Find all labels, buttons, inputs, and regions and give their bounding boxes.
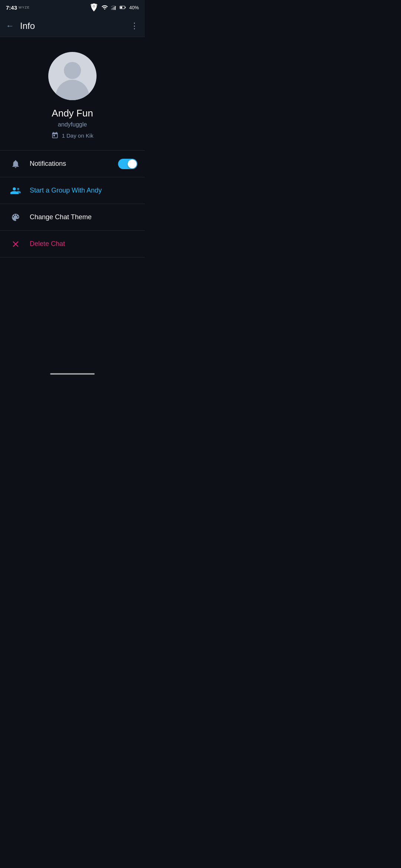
bottom-space (0, 257, 145, 369)
battery-percent: 40% (129, 5, 139, 10)
delete-chat-menu-item[interactable]: Delete Chat (0, 231, 145, 257)
avatar-body (56, 80, 89, 100)
home-indicator (0, 369, 145, 379)
toggle-knob (128, 160, 137, 168)
avatar-head (64, 62, 81, 79)
status-left: 7:43 WYZE (6, 4, 30, 11)
app-label: WYZE (19, 6, 30, 9)
back-button[interactable]: ← (6, 21, 14, 31)
wifi-icon (101, 4, 108, 11)
calendar-icon (51, 132, 59, 139)
group-icon (7, 185, 24, 196)
user-days-container: 1 Day on Kik (51, 132, 93, 139)
signal-icon (111, 4, 117, 11)
notifications-label: Notifications (30, 160, 118, 168)
status-bar: 7:43 WYZE 40% (0, 0, 145, 15)
start-group-label: Start a Group With Andy (30, 187, 137, 194)
more-options-button[interactable]: ⋮ (130, 21, 139, 31)
start-group-menu-item[interactable]: Start a Group With Andy (0, 177, 145, 204)
avatar-placeholder (48, 52, 97, 100)
status-right: 40% (89, 3, 139, 12)
change-theme-label: Change Chat Theme (30, 213, 137, 221)
days-on-kik: 1 Day on Kik (62, 132, 93, 139)
toggle-switch[interactable] (118, 159, 137, 169)
nav-left: ← Info (6, 21, 35, 31)
svg-rect-7 (120, 6, 122, 8)
notifications-menu-item[interactable]: Notifications (0, 151, 145, 177)
alarm-icon (89, 3, 99, 12)
bell-icon (7, 159, 24, 169)
home-bar (50, 373, 95, 375)
page-title: Info (20, 21, 35, 31)
svg-rect-8 (125, 7, 125, 8)
delete-icon (7, 239, 24, 249)
svg-rect-2 (111, 9, 112, 10)
notifications-toggle[interactable] (118, 159, 137, 169)
nav-bar: ← Info ⋮ (0, 15, 145, 37)
svg-point-10 (17, 188, 19, 190)
user-name: Andy Fun (52, 108, 93, 119)
delete-chat-label: Delete Chat (30, 240, 137, 248)
change-theme-menu-item[interactable]: Change Chat Theme (0, 204, 145, 231)
battery-icon (119, 4, 127, 11)
avatar (48, 52, 97, 100)
user-handle: andyfuggle (58, 121, 87, 128)
menu-list: Notifications Start a Group With Andy Ch… (0, 151, 145, 257)
palette-icon (7, 213, 24, 222)
svg-rect-1 (94, 4, 94, 4)
svg-rect-5 (115, 6, 115, 10)
svg-point-0 (93, 6, 95, 7)
svg-point-9 (13, 187, 16, 190)
svg-rect-4 (114, 7, 114, 10)
status-time: 7:43 (6, 4, 17, 11)
profile-section: Andy Fun andyfuggle 1 Day on Kik (0, 37, 145, 150)
svg-rect-3 (113, 8, 113, 10)
